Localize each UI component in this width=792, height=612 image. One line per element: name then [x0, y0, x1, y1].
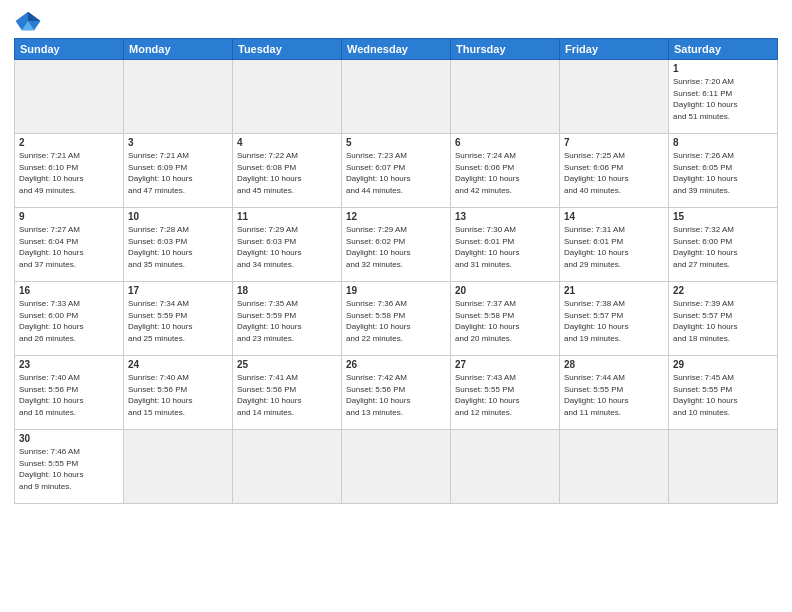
calendar-day: 15Sunrise: 7:32 AM Sunset: 6:00 PM Dayli… [669, 208, 778, 282]
day-info: Sunrise: 7:32 AM Sunset: 6:00 PM Dayligh… [673, 224, 773, 270]
day-info: Sunrise: 7:34 AM Sunset: 5:59 PM Dayligh… [128, 298, 228, 344]
calendar-day: 11Sunrise: 7:29 AM Sunset: 6:03 PM Dayli… [233, 208, 342, 282]
day-info: Sunrise: 7:40 AM Sunset: 5:56 PM Dayligh… [128, 372, 228, 418]
calendar-day: 20Sunrise: 7:37 AM Sunset: 5:58 PM Dayli… [451, 282, 560, 356]
day-info: Sunrise: 7:21 AM Sunset: 6:10 PM Dayligh… [19, 150, 119, 196]
day-number: 8 [673, 137, 773, 148]
weekday-header-saturday: Saturday [669, 39, 778, 60]
day-number: 11 [237, 211, 337, 222]
day-info: Sunrise: 7:31 AM Sunset: 6:01 PM Dayligh… [564, 224, 664, 270]
day-number: 17 [128, 285, 228, 296]
calendar-day [451, 430, 560, 504]
day-number: 29 [673, 359, 773, 370]
calendar-day: 13Sunrise: 7:30 AM Sunset: 6:01 PM Dayli… [451, 208, 560, 282]
calendar-week-6: 30Sunrise: 7:46 AM Sunset: 5:55 PM Dayli… [15, 430, 778, 504]
day-number: 30 [19, 433, 119, 444]
day-number: 23 [19, 359, 119, 370]
day-number: 6 [455, 137, 555, 148]
calendar-day: 29Sunrise: 7:45 AM Sunset: 5:55 PM Dayli… [669, 356, 778, 430]
day-info: Sunrise: 7:21 AM Sunset: 6:09 PM Dayligh… [128, 150, 228, 196]
day-number: 12 [346, 211, 446, 222]
calendar-day [560, 430, 669, 504]
calendar-day: 6Sunrise: 7:24 AM Sunset: 6:06 PM Daylig… [451, 134, 560, 208]
day-number: 26 [346, 359, 446, 370]
calendar-day: 12Sunrise: 7:29 AM Sunset: 6:02 PM Dayli… [342, 208, 451, 282]
day-info: Sunrise: 7:35 AM Sunset: 5:59 PM Dayligh… [237, 298, 337, 344]
day-number: 20 [455, 285, 555, 296]
calendar-day: 16Sunrise: 7:33 AM Sunset: 6:00 PM Dayli… [15, 282, 124, 356]
day-number: 24 [128, 359, 228, 370]
day-number: 7 [564, 137, 664, 148]
calendar-day: 14Sunrise: 7:31 AM Sunset: 6:01 PM Dayli… [560, 208, 669, 282]
weekday-header-wednesday: Wednesday [342, 39, 451, 60]
calendar-week-3: 9Sunrise: 7:27 AM Sunset: 6:04 PM Daylig… [15, 208, 778, 282]
calendar-day [233, 60, 342, 134]
calendar-table: SundayMondayTuesdayWednesdayThursdayFrid… [14, 38, 778, 504]
day-info: Sunrise: 7:28 AM Sunset: 6:03 PM Dayligh… [128, 224, 228, 270]
day-info: Sunrise: 7:37 AM Sunset: 5:58 PM Dayligh… [455, 298, 555, 344]
day-number: 4 [237, 137, 337, 148]
calendar-day [233, 430, 342, 504]
day-info: Sunrise: 7:42 AM Sunset: 5:56 PM Dayligh… [346, 372, 446, 418]
day-info: Sunrise: 7:20 AM Sunset: 6:11 PM Dayligh… [673, 76, 773, 122]
day-info: Sunrise: 7:22 AM Sunset: 6:08 PM Dayligh… [237, 150, 337, 196]
calendar-day: 8Sunrise: 7:26 AM Sunset: 6:05 PM Daylig… [669, 134, 778, 208]
calendar-day [124, 60, 233, 134]
calendar-day: 9Sunrise: 7:27 AM Sunset: 6:04 PM Daylig… [15, 208, 124, 282]
day-number: 27 [455, 359, 555, 370]
calendar-day [124, 430, 233, 504]
svg-marker-1 [28, 12, 40, 21]
day-number: 21 [564, 285, 664, 296]
weekday-header-sunday: Sunday [15, 39, 124, 60]
calendar-day: 5Sunrise: 7:23 AM Sunset: 6:07 PM Daylig… [342, 134, 451, 208]
calendar-day: 3Sunrise: 7:21 AM Sunset: 6:09 PM Daylig… [124, 134, 233, 208]
day-number: 22 [673, 285, 773, 296]
weekday-header-monday: Monday [124, 39, 233, 60]
day-info: Sunrise: 7:29 AM Sunset: 6:03 PM Dayligh… [237, 224, 337, 270]
weekday-header-thursday: Thursday [451, 39, 560, 60]
calendar-day: 27Sunrise: 7:43 AM Sunset: 5:55 PM Dayli… [451, 356, 560, 430]
weekday-header-friday: Friday [560, 39, 669, 60]
day-info: Sunrise: 7:43 AM Sunset: 5:55 PM Dayligh… [455, 372, 555, 418]
calendar-day [669, 430, 778, 504]
calendar-day: 4Sunrise: 7:22 AM Sunset: 6:08 PM Daylig… [233, 134, 342, 208]
day-info: Sunrise: 7:39 AM Sunset: 5:57 PM Dayligh… [673, 298, 773, 344]
day-number: 18 [237, 285, 337, 296]
calendar-day: 10Sunrise: 7:28 AM Sunset: 6:03 PM Dayli… [124, 208, 233, 282]
calendar-day: 30Sunrise: 7:46 AM Sunset: 5:55 PM Dayli… [15, 430, 124, 504]
day-info: Sunrise: 7:23 AM Sunset: 6:07 PM Dayligh… [346, 150, 446, 196]
day-info: Sunrise: 7:25 AM Sunset: 6:06 PM Dayligh… [564, 150, 664, 196]
day-number: 3 [128, 137, 228, 148]
day-info: Sunrise: 7:40 AM Sunset: 5:56 PM Dayligh… [19, 372, 119, 418]
day-info: Sunrise: 7:24 AM Sunset: 6:06 PM Dayligh… [455, 150, 555, 196]
logo [14, 10, 46, 32]
day-info: Sunrise: 7:45 AM Sunset: 5:55 PM Dayligh… [673, 372, 773, 418]
calendar-day: 2Sunrise: 7:21 AM Sunset: 6:10 PM Daylig… [15, 134, 124, 208]
calendar-day [560, 60, 669, 134]
calendar-day: 17Sunrise: 7:34 AM Sunset: 5:59 PM Dayli… [124, 282, 233, 356]
day-info: Sunrise: 7:26 AM Sunset: 6:05 PM Dayligh… [673, 150, 773, 196]
day-info: Sunrise: 7:41 AM Sunset: 5:56 PM Dayligh… [237, 372, 337, 418]
calendar-week-5: 23Sunrise: 7:40 AM Sunset: 5:56 PM Dayli… [15, 356, 778, 430]
day-number: 10 [128, 211, 228, 222]
calendar-day [15, 60, 124, 134]
day-info: Sunrise: 7:36 AM Sunset: 5:58 PM Dayligh… [346, 298, 446, 344]
calendar-day: 24Sunrise: 7:40 AM Sunset: 5:56 PM Dayli… [124, 356, 233, 430]
calendar-day [342, 430, 451, 504]
weekday-header-row: SundayMondayTuesdayWednesdayThursdayFrid… [15, 39, 778, 60]
calendar-day: 26Sunrise: 7:42 AM Sunset: 5:56 PM Dayli… [342, 356, 451, 430]
weekday-header-tuesday: Tuesday [233, 39, 342, 60]
day-number: 1 [673, 63, 773, 74]
calendar-week-1: 1Sunrise: 7:20 AM Sunset: 6:11 PM Daylig… [15, 60, 778, 134]
day-info: Sunrise: 7:38 AM Sunset: 5:57 PM Dayligh… [564, 298, 664, 344]
day-number: 13 [455, 211, 555, 222]
calendar-day [342, 60, 451, 134]
calendar-day: 18Sunrise: 7:35 AM Sunset: 5:59 PM Dayli… [233, 282, 342, 356]
calendar-day: 22Sunrise: 7:39 AM Sunset: 5:57 PM Dayli… [669, 282, 778, 356]
day-number: 28 [564, 359, 664, 370]
calendar-day: 23Sunrise: 7:40 AM Sunset: 5:56 PM Dayli… [15, 356, 124, 430]
day-info: Sunrise: 7:44 AM Sunset: 5:55 PM Dayligh… [564, 372, 664, 418]
calendar-day: 28Sunrise: 7:44 AM Sunset: 5:55 PM Dayli… [560, 356, 669, 430]
day-number: 9 [19, 211, 119, 222]
calendar-day: 25Sunrise: 7:41 AM Sunset: 5:56 PM Dayli… [233, 356, 342, 430]
